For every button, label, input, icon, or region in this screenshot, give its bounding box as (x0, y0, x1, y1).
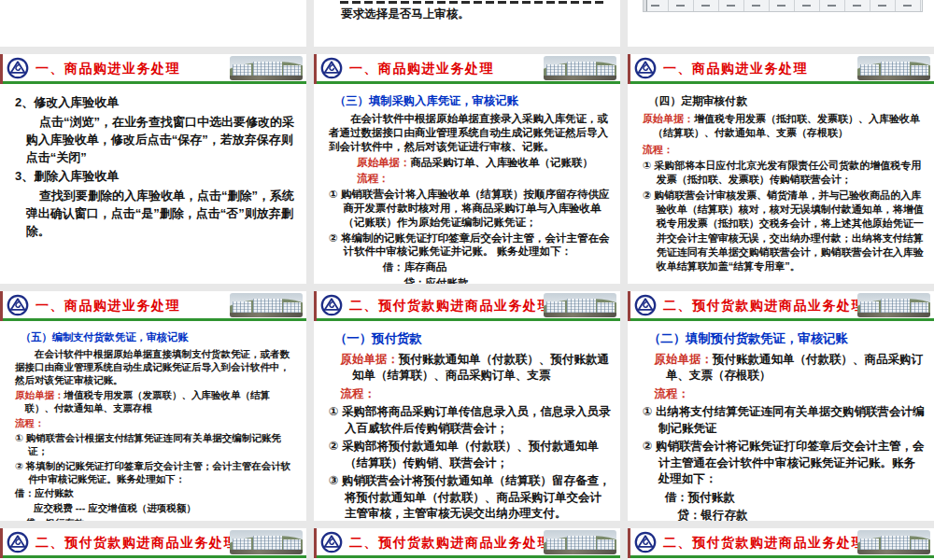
document-label-line: 流程： (643, 386, 925, 403)
building-image-part (881, 299, 910, 313)
building-image-part (546, 301, 565, 313)
company-logo-icon (7, 57, 29, 79)
numbered-line: 3、删除入库验收单 (15, 168, 297, 186)
company-logo-icon (320, 57, 343, 79)
spreadsheet-row-fragment (643, 0, 923, 12)
slide-title: 一、商品购进业务处理 (35, 291, 180, 319)
building-image-part (283, 302, 301, 313)
document-label-line: 原始单据：商品采购订单、入库验收单（记账联） (329, 156, 611, 170)
process-step: ② 购销联营会计审核发票、销货清单，并与已验收商品的入库验收单（结算联）核对，核… (643, 189, 925, 273)
accent-stripe (314, 54, 317, 84)
field-label: 原始单据： (643, 113, 694, 124)
slide-thumbnail[interactable]: 二、预付货款购进商品业务处理（一）预付货款原始单据：预付账款通知单（付款联）、预… (314, 291, 620, 521)
building-image-part (230, 550, 303, 554)
process-step: ② 将填制的记账凭证打印签章后交会计主管；会计主管在会计软件中审核记账凭证。账务… (15, 460, 297, 486)
field-label: 流程： (341, 387, 376, 400)
building-image (857, 293, 930, 317)
slide-thumbnail[interactable]: 二、预付货款购进商品业务处理 (0, 528, 306, 560)
building-image-part (233, 64, 251, 76)
slide-thumbnail[interactable]: 二、预付货款购进商品业务处理 (628, 528, 934, 560)
body-paragraph: 在会计软件中根据原始单据直接录入采购入库凭证，或者通过数据接口由商业管理系统自动… (329, 112, 611, 154)
field-label: 流程： (15, 417, 45, 428)
slide-grid: 要求选择是否马上审核。一、商品购进业务处理2、修改入库验收单点击“浏览”，在业务… (0, 0, 934, 560)
building-image-part (567, 299, 596, 313)
accent-stripe (314, 291, 317, 321)
slide-thumbnail[interactable]: 二、预付货款购进商品业务处理 (314, 528, 620, 560)
company-logo-icon (634, 294, 657, 316)
slide-thumbnail[interactable]: 一、商品购进业务处理（四）定期审核付款原始单据：增值税专用发票（抵扣联、发票联）… (628, 54, 934, 284)
building-image-part (911, 65, 928, 76)
slide-thumbnail[interactable] (0, 0, 306, 47)
slide-title: 二、预付货款购进商品业务处理 (663, 528, 866, 556)
slide-thumbnail[interactable]: 一、商品购进业务处理2、修改入库验收单点击“浏览”，在业务查找窗口中选出要修改的… (0, 54, 306, 284)
building-image-part (597, 65, 615, 76)
slide-body: （四）定期审核付款原始单据：增值税专用发票（抵扣联、发票联）、入库验收单（结算联… (628, 84, 934, 273)
building-image-part (860, 301, 879, 313)
company-logo-icon (7, 531, 29, 553)
slide-body: （三）填制采购入库凭证，审核记账在会计软件中根据原始单据直接录入采购入库凭证，或… (314, 84, 620, 284)
building-image-part (283, 539, 301, 550)
slide-header: 二、预付货款购进商品业务处理 (628, 291, 934, 321)
building-image (857, 56, 930, 80)
slide-body: （一）预付货款原始单据：预付账款通知单（付款联）、预付账款通知单（结算联）、商品… (314, 321, 620, 521)
building-image-part (253, 62, 282, 76)
building-image-part (857, 550, 930, 554)
slide-title: 一、商品购进业务处理 (663, 54, 808, 82)
accent-stripe (0, 291, 3, 321)
slide-title: 一、商品购进业务处理 (35, 54, 180, 82)
building-image-part (283, 65, 301, 76)
body-paragraph: 查找到要删除的入库验收单，点击“删除”，系统弹出确认窗口，点击“是”删除，点击“… (15, 188, 297, 241)
building-image-part (911, 539, 928, 550)
process-step: ③ 购销联营会计将预付款通知单（结算联）留存备查，将预付款通知单（付款联）、商品… (329, 473, 611, 521)
process-step: ① 采购部将本日应付北京光发有限责任公司货款的增值税专用发票（抵扣联、发票联）传… (643, 159, 925, 187)
building-image-part (230, 76, 303, 80)
slide-header: 二、预付货款购进商品业务处理 (314, 528, 620, 558)
slide-header: 一、商品购进业务处理 (0, 54, 306, 84)
process-step: ② 将编制的记账凭证打印签章后交会计主管，会计主管在会计软件中审核记账凭证并记账… (329, 231, 611, 259)
process-step: ① 购销联营会计根据支付结算凭证连同有关单据交编制记账凭证； (15, 432, 297, 458)
building-image-part (597, 539, 615, 550)
slide-title: 二、预付货款购进商品业务处理 (663, 291, 866, 319)
building-image-part (911, 302, 928, 313)
slide-thumbnail[interactable] (628, 0, 934, 47)
body-paragraph: 在会计软件中根据原始单据直接填制支付货款凭证，或者数据接口由商业管理系统自动生成… (15, 348, 297, 387)
accent-stripe (314, 528, 317, 558)
field-label: 原始单据： (357, 157, 411, 168)
company-logo-icon (320, 294, 343, 316)
slide-thumbnail[interactable]: 一、商品购进业务处理（三）填制采购入库凭证，审核记账在会计软件中根据原始单据直接… (314, 54, 620, 284)
body-text-line: 要求选择是否马上审核。 (329, 7, 611, 21)
building-image-part (544, 313, 616, 317)
slide-header: 一、商品购进业务处理 (314, 54, 620, 84)
slide-header: 二、预付货款购进商品业务处理 (628, 528, 934, 558)
building-image (857, 530, 930, 554)
slide-header: 一、商品购进业务处理 (628, 54, 934, 84)
slide-body: 2、修改入库验收单点击“浏览”，在业务查找窗口中选出要修改的采购入库验收单，修改… (0, 84, 306, 241)
process-step: ① 采购部将商品采购订单传信息录入员，信息录入员录入百威软件后传购销联营会计； (329, 404, 611, 437)
account-entry-line: 贷：应付账款 (329, 276, 611, 284)
building-image-part (233, 301, 251, 313)
building-image (230, 530, 303, 554)
field-label: 流程： (357, 173, 389, 184)
section-heading: （四）定期审核付款 (648, 93, 925, 108)
slide-thumbnail[interactable]: 二、预付货款购进商品业务处理（二）填制预付货款凭证，审核记账原始单据：预付账款通… (628, 291, 934, 521)
clipped-text-line (340, 0, 605, 4)
slide-title: 二、预付货款购进商品业务处理 (349, 528, 552, 556)
slide-body: （二）填制预付货款凭证，审核记账原始单据：预付账款通知单（付款联）、商品采购订单… (628, 321, 934, 521)
building-image (544, 56, 616, 80)
account-entry-line: 借：应付账款 (15, 487, 297, 500)
field-label: 原始单据： (655, 353, 714, 366)
company-logo-icon (320, 531, 343, 553)
slide-thumbnail[interactable]: 一、商品购进业务处理（五）编制支付货款凭证，审核记账在会计软件中根据原始单据直接… (0, 291, 306, 521)
building-image-part (546, 64, 565, 76)
building-image-part (597, 302, 615, 313)
field-label: 流程： (655, 387, 690, 400)
slide-header: 二、预付货款购进商品业务处理 (0, 528, 306, 558)
slide-thumbnail[interactable]: 要求选择是否马上审核。 (314, 0, 620, 47)
field-label: 流程： (643, 144, 673, 155)
field-label: 原始单据： (15, 389, 64, 400)
account-entry-line: 借：预付账款 (643, 490, 925, 507)
building-image-part (544, 76, 616, 80)
slide-header: 一、商品购进业务处理 (0, 291, 306, 321)
section-heading: （三）填制采购入库凭证，审核记账 (334, 93, 611, 108)
process-step: ② 购销联营会计将记账凭证打印签章后交会计主管，会计主管通在会计软件中审核记账凭… (643, 439, 925, 488)
